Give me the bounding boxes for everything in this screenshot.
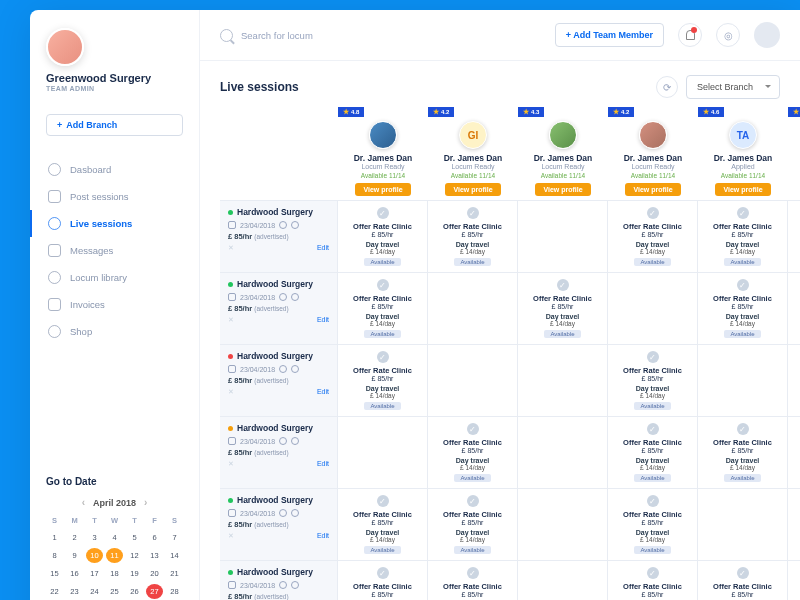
availability-cell[interactable]: ✓Offer Rate Clinic£ 85/hrDay travel£ 14/… (338, 345, 428, 416)
session-row: Hardwood Surgery23/04/2018£ 85/hr (adver… (220, 272, 800, 344)
cal-day[interactable]: 23 (66, 584, 83, 599)
nav-invoices[interactable]: Invoices (30, 291, 199, 318)
availability-cell[interactable]: ✓Offer Rate Clinic£ 85/hrDay travel£ 14/… (338, 201, 428, 272)
user-avatar[interactable] (46, 28, 84, 66)
availability-cell[interactable]: ✓Offer Rate Clinic£ 85/hrDay travel£ 14/… (788, 489, 800, 560)
availability-cell[interactable]: ✓Offer Rate Clinic£ 85/hrDay travel£ 14/… (338, 489, 428, 560)
availability-cell[interactable] (698, 489, 788, 560)
availability-cell[interactable] (608, 273, 698, 344)
session-row: Hardwood Surgery23/04/2018£ 85/hr (adver… (220, 416, 800, 488)
topbar-avatar[interactable] (754, 22, 780, 48)
nav-post-sessions[interactable]: Post sessions (30, 183, 199, 210)
availability-cell[interactable]: ✓Offer Rate Clinic£ 85/hrDay travel£ 14/… (698, 273, 788, 344)
cal-day[interactable]: 4 (106, 530, 123, 545)
nav-messages[interactable]: Messages (30, 237, 199, 264)
availability-cell[interactable]: ✓Offer Rate Clinic£ 85/hrDay travel£ 14/… (338, 561, 428, 600)
cal-day[interactable]: 14 (166, 548, 183, 563)
cal-day[interactable]: 18 (106, 566, 123, 581)
cal-day[interactable]: 17 (86, 566, 103, 581)
refresh-icon[interactable]: ⟳ (656, 76, 678, 98)
view-profile-button[interactable]: View profile (715, 183, 770, 196)
availability-cell[interactable] (518, 489, 608, 560)
cal-day[interactable]: 24 (86, 584, 103, 599)
help-icon[interactable]: ◎ (716, 23, 740, 47)
add-team-button[interactable]: + Add Team Member (555, 23, 664, 47)
availability-cell[interactable]: ✓Offer Rate Clinic£ 85/hrDay travel£ 14/… (608, 201, 698, 272)
cal-prev-icon[interactable]: ‹ (82, 497, 85, 508)
cal-day[interactable]: 6 (146, 530, 163, 545)
nav-icon (48, 217, 61, 230)
availability-cell[interactable]: ✓Offer Rate Clinic£ 85/hrDay travel£ 14/… (608, 489, 698, 560)
view-profile-button[interactable]: View profile (535, 183, 590, 196)
cal-day[interactable]: 26 (126, 584, 143, 599)
availability-cell[interactable] (518, 561, 608, 600)
availability-cell[interactable]: ✓Offer Rate Clinic£ 85/hrDay travel£ 14/… (518, 273, 608, 344)
cal-day[interactable]: 16 (66, 566, 83, 581)
calendar-month: April 2018 (93, 498, 136, 508)
availability-cell[interactable] (428, 273, 518, 344)
cal-day[interactable]: 1 (46, 530, 63, 545)
availability-cell[interactable] (518, 345, 608, 416)
cal-day[interactable]: 25 (106, 584, 123, 599)
cal-day[interactable]: 2 (66, 530, 83, 545)
cal-day[interactable]: 13 (146, 548, 163, 563)
nav-icon (48, 298, 61, 311)
availability-cell[interactable] (698, 345, 788, 416)
edit-link[interactable]: Edit (317, 460, 329, 468)
cal-day[interactable]: 5 (126, 530, 143, 545)
view-profile-button[interactable]: View profile (445, 183, 500, 196)
cal-day[interactable]: 28 (166, 584, 183, 599)
availability-cell[interactable]: ✓Offer Rate Clinic£ 85/hrDay travel£ 14/… (608, 561, 698, 600)
nav-shop[interactable]: Shop (30, 318, 199, 345)
cal-next-icon[interactable]: › (144, 497, 147, 508)
availability-cell[interactable] (518, 201, 608, 272)
edit-link[interactable]: Edit (317, 244, 329, 252)
cal-day[interactable]: 7 (166, 530, 183, 545)
nav-live-sessions[interactable]: Live sessions (30, 210, 199, 237)
edit-link[interactable]: Edit (317, 532, 329, 540)
nav-icon (48, 163, 61, 176)
cal-day[interactable]: 20 (146, 566, 163, 581)
cal-day[interactable]: 3 (86, 530, 103, 545)
availability-cell[interactable]: ✓Offer Rate Clinic£ 85/hrDay travel£ 14/… (698, 561, 788, 600)
cal-day[interactable]: 27 (146, 584, 163, 599)
notifications-icon[interactable] (678, 23, 702, 47)
availability-cell[interactable]: ✓Offer Rate Clinic£ 85/hrDay travel£ 14/… (338, 273, 428, 344)
search-input[interactable]: Search for locum (220, 29, 541, 42)
cal-day[interactable]: 12 (126, 548, 143, 563)
availability-cell[interactable]: ✓Offer Rate Clinic£ 85/hrDay travel£ 14/… (698, 417, 788, 488)
branch-dropdown[interactable]: Select Branch (686, 75, 780, 99)
availability-cell[interactable]: ✓Offer Rate Clinic£ 85/hrDay travel£ 14/… (608, 345, 698, 416)
cal-day[interactable]: 21 (166, 566, 183, 581)
cal-day[interactable]: 15 (46, 566, 63, 581)
edit-link[interactable]: Edit (317, 388, 329, 396)
nav-locum-library[interactable]: Locum library (30, 264, 199, 291)
cal-day[interactable]: 11 (106, 548, 123, 563)
availability-cell[interactable]: ✓Offer Rate Clinic£ 85/hrDay travel£ 14/… (788, 201, 800, 272)
edit-link[interactable]: Edit (317, 316, 329, 324)
view-profile-button[interactable]: View profile (625, 183, 680, 196)
cal-day[interactable]: 19 (126, 566, 143, 581)
availability-cell[interactable]: ✓Offer Rate Clinic£ 85/hrDay travel£ 14/… (788, 417, 800, 488)
availability-cell[interactable]: ✓Offer Rate Clinic£ 85/hrDay travel£ 14/… (788, 561, 800, 600)
availability-cell[interactable]: ✓Offer Rate Clinic£ 85/hrDay travel£ 14/… (428, 417, 518, 488)
availability-cell[interactable]: ✓Offer Rate Clinic£ 85/hrDay travel£ 14/… (428, 489, 518, 560)
cal-day[interactable]: 10 (86, 548, 103, 563)
availability-cell[interactable] (788, 345, 800, 416)
availability-cell[interactable]: ✓Offer Rate Clinic£ 85/hrDay travel£ 14/… (428, 201, 518, 272)
add-branch-button[interactable]: +Add Branch (46, 114, 183, 136)
nav-dasboard[interactable]: Dasboard (30, 156, 199, 183)
availability-cell[interactable]: ✓Offer Rate Clinic£ 85/hrDay travel£ 14/… (698, 201, 788, 272)
session-row: Hardwood Surgery23/04/2018£ 85/hr (adver… (220, 344, 800, 416)
availability-cell[interactable]: ✓Offer Rate Clinic£ 85/hrDay travel£ 14/… (608, 417, 698, 488)
availability-cell[interactable]: ✓Offer Rate Clinic£ 85/hrDay travel£ 14/… (788, 273, 800, 344)
availability-cell[interactable] (338, 417, 428, 488)
view-profile-button[interactable]: View profile (355, 183, 410, 196)
cal-day[interactable]: 8 (46, 548, 63, 563)
cal-day[interactable]: 22 (46, 584, 63, 599)
content[interactable]: ★4.8Dr. James DanLocum ReadyAvailable 11… (200, 107, 800, 600)
availability-cell[interactable] (428, 345, 518, 416)
availability-cell[interactable] (518, 417, 608, 488)
availability-cell[interactable]: ✓Offer Rate Clinic£ 85/hrDay travel£ 14/… (428, 561, 518, 600)
cal-day[interactable]: 9 (66, 548, 83, 563)
